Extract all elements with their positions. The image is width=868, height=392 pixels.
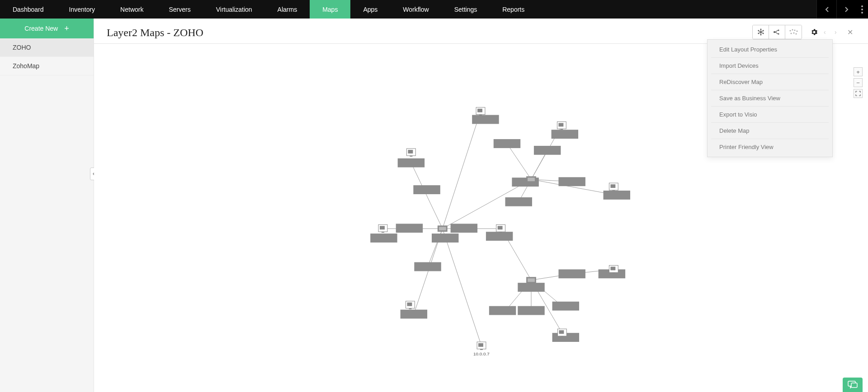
svg-point-19 <box>792 29 793 31</box>
map-node-box[interactable] <box>398 159 425 168</box>
svg-rect-57 <box>561 336 563 337</box>
svg-rect-53 <box>407 303 412 306</box>
nav-tab-dashboard[interactable]: Dashboard <box>0 0 57 19</box>
map-node-box[interactable] <box>472 115 499 124</box>
computer-icon[interactable] <box>406 301 415 309</box>
computer-icon[interactable] <box>609 266 618 274</box>
svg-point-13 <box>774 31 775 33</box>
close-map-button[interactable]: ✕ <box>847 28 855 37</box>
switch-icon[interactable] <box>438 225 448 232</box>
settings-gear-button[interactable] <box>807 25 821 39</box>
map-node-box[interactable] <box>489 306 516 315</box>
nav-tab-reports[interactable]: Reports <box>490 0 537 19</box>
svg-rect-33 <box>479 115 482 116</box>
map-node-box[interactable] <box>518 306 544 315</box>
computer-icon[interactable] <box>476 107 485 116</box>
svg-rect-28 <box>528 177 535 181</box>
plus-icon: + <box>64 24 69 33</box>
map-node-box[interactable] <box>534 146 561 155</box>
map-node-box[interactable] <box>518 283 544 292</box>
map-node-box[interactable] <box>558 177 585 186</box>
layout-tool-group <box>752 25 802 39</box>
svg-rect-30 <box>528 278 535 282</box>
layout-cluster-button[interactable] <box>785 25 802 39</box>
map-edge <box>443 112 481 229</box>
svg-point-21 <box>797 31 798 32</box>
nav-tab-alarms[interactable]: Alarms <box>265 0 310 19</box>
switch-icon[interactable] <box>526 176 536 182</box>
map-node-box[interactable] <box>552 302 579 311</box>
computer-icon[interactable] <box>609 183 618 191</box>
svg-rect-59 <box>478 343 483 347</box>
map-node-box[interactable] <box>396 224 423 233</box>
svg-rect-60 <box>480 349 483 350</box>
svg-rect-41 <box>498 226 503 229</box>
computer-icon[interactable] <box>477 342 486 350</box>
computer-icon[interactable] <box>557 329 566 337</box>
computer-icon[interactable] <box>496 224 505 233</box>
map-node-box[interactable] <box>401 310 427 319</box>
sidebar-item-zohomap[interactable]: ZohoMap <box>0 57 94 75</box>
nav-tab-maps[interactable]: Maps <box>310 0 350 19</box>
sidebar-item-zoho[interactable]: ZOHO <box>0 38 94 57</box>
map-node-box[interactable] <box>505 197 532 206</box>
create-new-label: Create New <box>24 25 58 32</box>
computer-icon[interactable] <box>557 121 566 130</box>
map-node-box[interactable] <box>413 185 440 194</box>
computer-icon[interactable] <box>406 149 415 157</box>
svg-point-20 <box>794 30 796 31</box>
svg-rect-32 <box>477 109 482 112</box>
layout-tree-button[interactable] <box>769 25 785 39</box>
next-map-button[interactable]: › <box>835 28 843 36</box>
map-node-box[interactable] <box>414 262 441 271</box>
svg-point-7 <box>760 29 761 30</box>
svg-rect-47 <box>610 184 615 188</box>
map-node-label: 10.0.0.7 <box>473 351 490 356</box>
create-new-button[interactable]: Create New + <box>0 19 94 38</box>
overflow-menu-button[interactable] <box>856 0 868 19</box>
map-edge <box>507 144 531 179</box>
svg-point-15 <box>778 33 779 34</box>
svg-point-12 <box>758 30 759 32</box>
map-edge <box>443 229 481 346</box>
nav-tab-settings[interactable]: Settings <box>442 0 490 19</box>
map-node-box[interactable] <box>552 130 578 139</box>
svg-rect-42 <box>500 232 502 233</box>
map-node-box[interactable] <box>451 224 477 233</box>
nav-next-button[interactable] <box>836 0 856 19</box>
svg-point-9 <box>762 33 764 34</box>
map-node-box[interactable] <box>558 269 585 278</box>
svg-point-18 <box>790 30 791 32</box>
svg-line-16 <box>775 30 778 32</box>
nav-tab-inventory[interactable]: Inventory <box>57 0 108 19</box>
nav-tab-servers[interactable]: Servers <box>156 0 203 19</box>
nav-tab-virtualization[interactable]: Virtualization <box>203 0 265 19</box>
map-node-box[interactable] <box>370 233 397 243</box>
nav-tab-network[interactable]: Network <box>108 0 156 19</box>
svg-line-17 <box>775 32 778 34</box>
map-node-box[interactable] <box>432 233 458 243</box>
map-node-box[interactable] <box>486 232 513 241</box>
svg-rect-56 <box>559 330 564 334</box>
svg-point-8 <box>762 30 764 32</box>
computer-icon[interactable] <box>378 224 387 233</box>
chat-button[interactable] <box>843 378 863 392</box>
nav-tab-apps[interactable]: Apps <box>350 0 390 19</box>
svg-point-11 <box>758 33 759 34</box>
svg-rect-44 <box>558 123 563 126</box>
svg-rect-50 <box>610 267 615 271</box>
nav-tab-workflow[interactable]: Workflow <box>390 0 441 19</box>
map-canvas[interactable]: 10.0.0.7 <box>94 43 868 392</box>
svg-rect-36 <box>410 156 412 157</box>
top-nav: DashboardInventoryNetworkServersVirtuali… <box>0 0 868 19</box>
layout-radial-button[interactable] <box>753 25 769 39</box>
prev-map-button[interactable]: ‹ <box>824 28 832 36</box>
map-node-box[interactable] <box>494 139 520 148</box>
main-panel: Layer2 Maps - ZOHO ‹ › ✕ + − Edit Layou <box>94 19 868 392</box>
nav-prev-button[interactable] <box>816 0 836 19</box>
switch-icon[interactable] <box>526 277 536 283</box>
svg-point-22 <box>791 33 792 34</box>
map-node-box[interactable] <box>604 191 630 200</box>
svg-rect-62 <box>851 383 857 387</box>
svg-point-10 <box>760 34 761 36</box>
